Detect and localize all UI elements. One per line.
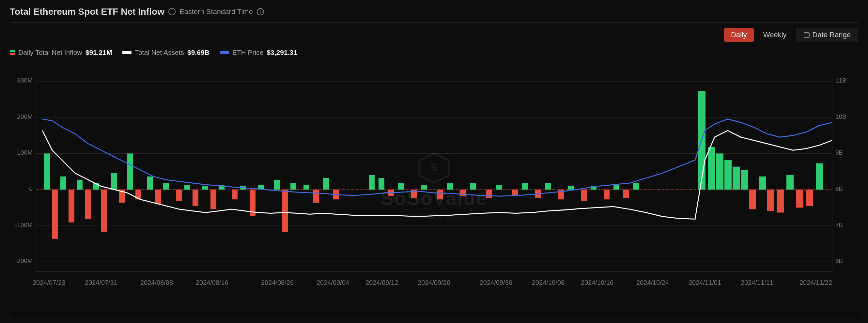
svg-rect-70 — [323, 178, 329, 190]
title-info-icon[interactable]: i — [168, 8, 176, 15]
svg-rect-65 — [274, 180, 280, 190]
svg-rect-104 — [767, 190, 774, 211]
svg-rect-41 — [52, 190, 58, 239]
svg-text:2024/11/11: 2024/11/11 — [741, 279, 773, 286]
svg-text:100M: 100M — [17, 149, 33, 156]
svg-rect-52 — [147, 176, 153, 190]
svg-rect-69 — [313, 190, 319, 203]
timezone-label: Eastern Standard Time — [180, 7, 253, 16]
svg-rect-100 — [733, 167, 740, 190]
svg-text:2024/07/23: 2024/07/23 — [33, 279, 65, 286]
svg-text:6B: 6B — [835, 257, 843, 264]
svg-rect-58 — [202, 186, 208, 190]
svg-rect-56 — [184, 185, 190, 190]
svg-text:2024/09/30: 2024/09/30 — [480, 279, 512, 286]
svg-text:2024/08/16: 2024/08/16 — [196, 279, 228, 286]
svg-text:2024/09/04: 2024/09/04 — [316, 279, 349, 286]
svg-text:2024/11/01: 2024/11/01 — [688, 279, 721, 286]
svg-text:0: 0 — [29, 185, 33, 192]
svg-rect-98 — [716, 153, 723, 190]
svg-rect-83 — [496, 185, 502, 190]
svg-text:-100M: -100M — [15, 222, 33, 228]
svg-rect-109 — [816, 163, 823, 190]
svg-rect-85 — [522, 183, 528, 190]
header: Total Ethereum Spot ETF Net Inflow i Eas… — [10, 6, 858, 23]
assets-swatch — [122, 51, 131, 54]
svg-rect-44 — [77, 180, 83, 190]
svg-rect-50 — [127, 153, 133, 190]
svg-rect-47 — [101, 190, 107, 232]
svg-rect-105 — [777, 190, 784, 213]
inflow-legend: Daily Total Net Inflow $91.21M — [10, 49, 112, 57]
inflow-value: $91.21M — [86, 49, 112, 57]
svg-text:200M: 200M — [17, 113, 33, 120]
svg-text:2024/10/08: 2024/10/08 — [532, 279, 564, 286]
svg-rect-61 — [232, 190, 238, 199]
svg-rect-78 — [437, 190, 443, 199]
minimap[interactable] — [10, 311, 858, 317]
timezone-info-icon[interactable]: i — [257, 8, 264, 15]
calendar-icon — [803, 32, 810, 38]
svg-rect-59 — [211, 190, 216, 209]
svg-rect-101 — [741, 170, 748, 190]
legend-row: Daily Total Net Inflow $91.21M Total Net… — [10, 45, 858, 58]
svg-rect-75 — [398, 183, 404, 190]
svg-rect-102 — [749, 190, 756, 209]
svg-text:8B: 8B — [835, 185, 843, 192]
svg-rect-90 — [581, 190, 587, 201]
svg-rect-97 — [708, 147, 715, 190]
svg-rect-45 — [85, 190, 91, 219]
svg-rect-82 — [486, 190, 492, 198]
svg-rect-108 — [806, 190, 813, 206]
svg-rect-94 — [623, 190, 629, 198]
svg-rect-77 — [421, 185, 427, 190]
inflow-swatch — [10, 50, 15, 55]
eth-swatch — [220, 51, 229, 54]
svg-rect-40 — [44, 153, 50, 190]
svg-text:7B: 7B — [835, 222, 843, 228]
svg-rect-95 — [633, 183, 639, 190]
date-range-button[interactable]: Date Range — [796, 28, 858, 42]
app-container: Total Ethereum Spot ETF Net Inflow i Eas… — [0, 0, 868, 323]
eth-legend: ETH Price $3,291.31 — [220, 49, 297, 57]
assets-value: $9.69B — [187, 49, 210, 57]
svg-rect-107 — [796, 190, 803, 207]
svg-rect-81 — [470, 183, 476, 190]
assets-label: Total Net Assets — [135, 49, 184, 57]
svg-rect-80 — [460, 190, 466, 196]
svg-rect-87 — [545, 183, 551, 190]
svg-text:2024/08/26: 2024/08/26 — [261, 279, 294, 286]
svg-rect-92 — [604, 190, 610, 199]
svg-rect-76 — [411, 190, 417, 198]
svg-rect-57 — [192, 190, 198, 206]
svg-rect-43 — [68, 190, 74, 223]
svg-rect-89 — [568, 186, 574, 190]
daily-tab[interactable]: Daily — [724, 28, 754, 42]
svg-text:2024/10/24: 2024/10/24 — [636, 279, 669, 286]
svg-rect-99 — [724, 160, 732, 190]
svg-text:2024/11/22: 2024/11/22 — [800, 279, 832, 286]
svg-rect-42 — [60, 176, 66, 190]
svg-text:2024/08/08: 2024/08/08 — [140, 279, 173, 286]
svg-rect-66 — [282, 190, 288, 232]
svg-text:300M: 300M — [17, 77, 33, 84]
svg-text:2024/10/16: 2024/10/16 — [581, 279, 614, 286]
svg-rect-67 — [290, 183, 296, 190]
svg-rect-54 — [163, 183, 169, 190]
weekly-tab[interactable]: Weekly — [756, 28, 794, 42]
svg-text:2024/09/12: 2024/09/12 — [366, 279, 398, 286]
svg-rect-72 — [369, 175, 375, 190]
svg-text:11B: 11B — [835, 77, 846, 84]
svg-rect-73 — [378, 178, 384, 190]
chart-area: S SoSoValue sosovalue.com 300M 200M 100M… — [10, 62, 858, 311]
svg-rect-113 — [10, 311, 858, 317]
svg-text:-200M: -200M — [15, 257, 33, 264]
svg-text:2024/07/31: 2024/07/31 — [85, 279, 118, 286]
minimap-svg — [10, 311, 858, 317]
svg-rect-53 — [155, 190, 161, 204]
svg-rect-48 — [111, 173, 117, 190]
page-title: Total Ethereum Spot ETF Net Inflow — [10, 6, 164, 17]
svg-rect-55 — [176, 190, 182, 201]
eth-label: ETH Price — [232, 49, 264, 57]
inflow-label: Daily Total Net Inflow — [18, 49, 82, 57]
